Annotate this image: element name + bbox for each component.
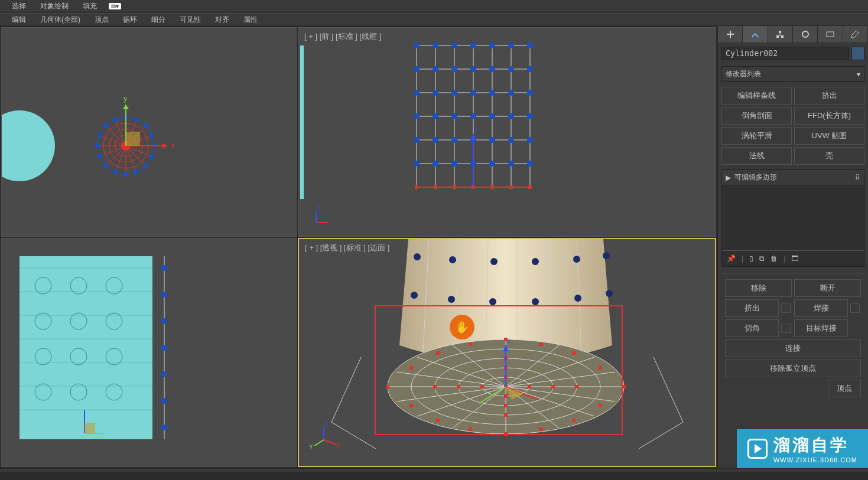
object-name-input[interactable] bbox=[721, 47, 849, 60]
mod-bevel-profile[interactable]: 倒角剖面 bbox=[721, 107, 792, 125]
svg-point-69 bbox=[470, 90, 476, 96]
menu-props[interactable]: 属性 bbox=[236, 14, 265, 25]
svg-point-87 bbox=[414, 161, 420, 166]
svg-text:y: y bbox=[123, 94, 127, 103]
tab-motion[interactable] bbox=[793, 26, 818, 43]
watermark-url: WWW.ZIXUE.3D66.COM bbox=[773, 456, 857, 463]
tab-create[interactable] bbox=[718, 26, 743, 43]
menu-geom[interactable]: 几何体(全部) bbox=[33, 14, 87, 25]
mod-edit-spline[interactable]: 编辑样条线 bbox=[721, 87, 792, 105]
viewport-front-label[interactable]: [ + ] [前 ] [标准 ] [线框 ] bbox=[304, 31, 381, 42]
svg-point-25 bbox=[97, 133, 102, 138]
object-color-swatch[interactable] bbox=[851, 47, 864, 60]
svg-marker-102 bbox=[470, 134, 476, 140]
mod-extrude[interactable]: 挤出 bbox=[794, 87, 864, 105]
svg-point-27 bbox=[113, 169, 118, 174]
svg-point-0 bbox=[2, 110, 55, 181]
svg-point-15 bbox=[95, 143, 100, 148]
menu-edit[interactable]: 编辑 bbox=[5, 14, 33, 25]
tab-modify[interactable] bbox=[743, 26, 768, 43]
svg-point-57 bbox=[508, 43, 514, 48]
svg-point-81 bbox=[433, 137, 438, 143]
svg-point-88 bbox=[433, 161, 438, 166]
configure-icon[interactable]: 🗔 bbox=[791, 254, 798, 263]
svg-point-73 bbox=[414, 113, 420, 119]
svg-point-29 bbox=[113, 117, 118, 122]
viewport-perspective[interactable]: [ + ] [透视 ] [标准 ] [边面 ] bbox=[298, 238, 716, 467]
svg-point-55 bbox=[470, 43, 476, 48]
expand-icon: ▶ bbox=[726, 174, 731, 182]
remove-button[interactable]: 移除 bbox=[725, 279, 792, 297]
tab-utilities[interactable] bbox=[843, 26, 868, 43]
mod-normal[interactable]: 法线 bbox=[721, 147, 792, 165]
svg-point-92 bbox=[508, 161, 514, 166]
svg-point-18 bbox=[144, 164, 148, 168]
mod-uvw-map[interactable]: UVW 贴图 bbox=[794, 127, 864, 145]
modifier-shortcut-grid: 编辑样条线 挤出 倒角剖面 FFD(长方体) 涡轮平滑 UVW 贴图 法线 壳 bbox=[721, 87, 864, 165]
svg-point-80 bbox=[414, 137, 420, 143]
menu-align[interactable]: 对齐 bbox=[208, 14, 236, 25]
vertex-subobject-icon[interactable]: ⠿ bbox=[855, 174, 860, 182]
mod-shell[interactable]: 壳 bbox=[794, 147, 864, 165]
make-unique-icon[interactable]: ⧉ bbox=[759, 254, 765, 263]
menu-loop[interactable]: 循环 bbox=[116, 14, 144, 25]
modifier-list-dropdown[interactable]: 修改器列表 ▾ bbox=[721, 66, 864, 82]
show-end-result-icon[interactable]: ▯ bbox=[749, 254, 753, 263]
vertex-mode-button[interactable]: 顶点 bbox=[828, 380, 861, 397]
svg-point-16 bbox=[123, 172, 128, 177]
weld-button[interactable]: 焊接 bbox=[794, 299, 848, 317]
target-weld-button[interactable]: 目标焊接 bbox=[794, 319, 848, 337]
mod-ffd-box[interactable]: FFD(长方体) bbox=[794, 107, 864, 125]
svg-point-24 bbox=[149, 133, 154, 138]
menu-subdiv[interactable]: 细分 bbox=[144, 14, 173, 25]
chamfer-button[interactable]: 切角 bbox=[725, 319, 779, 337]
mod-turbosmooth[interactable]: 涡轮平滑 bbox=[721, 127, 792, 145]
viewport-grid: x y [ + ] [前 ] [标准 ] [线框 ] bbox=[0, 26, 717, 468]
extrude-settings-icon[interactable] bbox=[781, 303, 791, 313]
weld-settings-icon[interactable] bbox=[850, 303, 860, 313]
watermark: 溜溜自学 WWW.ZIXUE.3D66.COM bbox=[737, 429, 868, 468]
svg-point-70 bbox=[489, 90, 495, 96]
viewport-left[interactable] bbox=[1, 238, 297, 467]
svg-point-79 bbox=[527, 113, 533, 119]
sub-menu-bar: 编辑 几何体(全部) 顶点 循环 细分 可见性 对齐 属性 bbox=[0, 13, 868, 26]
menu-fill[interactable]: 填充 bbox=[76, 0, 104, 12]
break-button[interactable]: 断开 bbox=[794, 279, 861, 297]
svg-rect-99 bbox=[509, 185, 513, 189]
svg-line-211 bbox=[314, 440, 324, 446]
tab-display[interactable] bbox=[818, 26, 843, 43]
svg-point-59 bbox=[414, 66, 420, 72]
viewport-persp-label[interactable]: [ + ] [透视 ] [标准 ] [边面 ] bbox=[305, 243, 389, 253]
mail-icon[interactable]: ✉▾ bbox=[109, 3, 121, 9]
connect-button[interactable]: 连接 bbox=[725, 339, 861, 357]
chamfer-settings-icon[interactable] bbox=[781, 324, 791, 333]
stack-empty-area bbox=[722, 185, 864, 250]
menu-select[interactable]: 选择 bbox=[5, 0, 33, 12]
stack-item-label: 可编辑多边形 bbox=[734, 172, 777, 182]
edit-vertices-rollout: 移除 断开 挤出 焊接 切角 目标焊接 连接 移除孤立顶点 bbox=[721, 273, 864, 400]
tab-hierarchy[interactable] bbox=[768, 26, 793, 43]
extrude-button[interactable]: 挤出 bbox=[725, 299, 779, 317]
viewport-front[interactable]: [ + ] [前 ] [标准 ] [线框 ] bbox=[298, 27, 716, 237]
viewport-top[interactable]: x y bbox=[1, 27, 297, 237]
svg-point-77 bbox=[489, 113, 495, 119]
remove-isolated-button[interactable]: 移除孤立顶点 bbox=[725, 360, 861, 377]
svg-text:z: z bbox=[317, 204, 320, 211]
modifier-list-label: 修改器列表 bbox=[726, 69, 761, 79]
menu-draw[interactable]: 对象绘制 bbox=[33, 0, 76, 12]
timeline-track[interactable] bbox=[0, 472, 868, 480]
svg-point-153 bbox=[573, 256, 580, 263]
svg-rect-37 bbox=[300, 45, 304, 199]
remove-modifier-icon[interactable]: 🗑 bbox=[771, 254, 778, 263]
stack-item-editable-poly[interactable]: ▶ 可编辑多边形 ⠿ bbox=[722, 170, 864, 185]
stack-toolbar: 📌 | ▯ ⧉ 🗑 | 🗔 bbox=[722, 250, 864, 266]
svg-text:x: x bbox=[171, 142, 174, 150]
svg-text:y: y bbox=[310, 443, 313, 449]
svg-line-139 bbox=[331, 357, 361, 422]
pin-icon[interactable]: 📌 bbox=[727, 254, 736, 263]
menu-vertex[interactable]: 顶点 bbox=[87, 14, 116, 25]
svg-point-53 bbox=[433, 43, 438, 48]
svg-rect-219 bbox=[781, 35, 784, 38]
menu-visibility[interactable]: 可见性 bbox=[173, 14, 208, 25]
svg-line-210 bbox=[324, 440, 336, 445]
